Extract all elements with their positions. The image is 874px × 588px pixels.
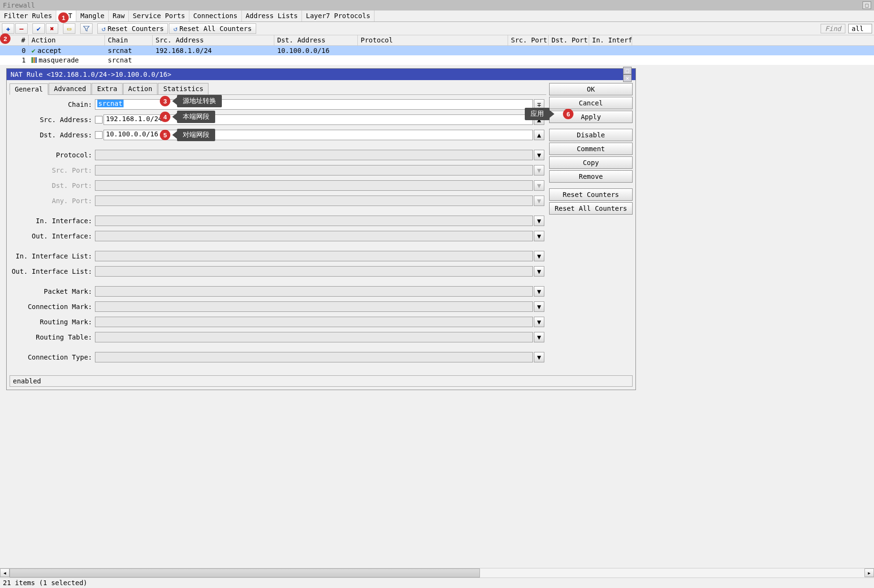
table-row[interactable]: 1 masquerade srcnat [0, 55, 874, 65]
scroll-left-icon[interactable]: ◂ [0, 568, 10, 577]
protocol-input[interactable] [95, 150, 533, 160]
maximize-icon[interactable]: □ [863, 1, 871, 9]
out-interface-input[interactable] [95, 231, 533, 241]
tab-mangle[interactable]: Mangle [76, 10, 109, 21]
col-action[interactable]: Action [29, 35, 105, 45]
scroll-thumb[interactable] [10, 568, 480, 578]
comment-button[interactable]: Comment [549, 143, 633, 155]
tab-connections[interactable]: Connections [189, 10, 242, 21]
filter-select[interactable]: all [848, 24, 872, 33]
tab-address-lists[interactable]: Address Lists [242, 10, 302, 21]
routing-mark-input[interactable] [95, 317, 533, 327]
enable-button[interactable]: ✔ [32, 23, 45, 34]
connection-type-expand-icon[interactable]: ▼ [534, 352, 544, 362]
connection-mark-label: Connection Mark: [11, 303, 95, 310]
src-address-invert[interactable] [95, 116, 103, 124]
scroll-track[interactable] [10, 568, 864, 578]
routing-table-expand-icon[interactable]: ▼ [534, 332, 544, 342]
horizontal-scrollbar[interactable]: ◂ ▸ [0, 568, 874, 578]
col-dst-address[interactable]: Dst. Address [274, 35, 358, 45]
reset-counters-button[interactable]: Reset Counters [549, 188, 633, 201]
col-src-address[interactable]: Src. Address [153, 35, 274, 45]
src-address-expand-icon[interactable]: ▲ [534, 114, 544, 125]
col-protocol[interactable]: Protocol [358, 35, 508, 45]
dst-address-expand-icon[interactable]: ▲ [534, 130, 544, 140]
packet-mark-expand-icon[interactable]: ▼ [534, 286, 544, 297]
remove-button[interactable]: — [15, 23, 28, 34]
find-button[interactable]: Find [821, 24, 845, 33]
table-header: # Action Chain Src. Address Dst. Address… [0, 35, 874, 46]
main-tabs: Filter Rules NAT Mangle Raw Service Port… [0, 10, 874, 22]
in-interface-label: In. Interface: [11, 217, 95, 225]
reset-counters-button[interactable]: ↺ Reset Counters [97, 23, 168, 34]
chain-input[interactable]: srcnat [95, 99, 533, 110]
dialog-close-icon[interactable]: ✕ [623, 74, 632, 82]
packet-mark-input[interactable] [95, 286, 533, 297]
in-interface-list-expand-icon[interactable]: ▼ [534, 251, 544, 261]
out-interface-list-expand-icon[interactable]: ▼ [534, 266, 544, 277]
tab-general[interactable]: General [10, 83, 48, 95]
connection-mark-input[interactable] [95, 301, 533, 312]
table-row[interactable]: 0 ✔ accept srcnat 192.168.1.0/24 10.100.… [0, 46, 874, 55]
tab-nat[interactable]: NAT [56, 10, 76, 21]
connection-mark-expand-icon[interactable]: ▼ [534, 301, 544, 312]
chain-label: Chain: [11, 101, 95, 108]
ok-button[interactable]: OK [549, 83, 633, 95]
dialog-status: enabled [10, 375, 633, 387]
col-chain[interactable]: Chain [105, 35, 153, 45]
cell-chain: srcnat [105, 56, 153, 64]
out-interface-list-label: Out. Interface List: [11, 268, 95, 275]
chain-dropdown-icon[interactable]: ∓ [534, 99, 544, 110]
out-interface-list-input[interactable] [95, 266, 533, 277]
in-interface-list-label: In. Interface List: [11, 252, 95, 260]
col-dst-port[interactable]: Dst. Port [549, 35, 589, 45]
dialog-title: NAT Rule <192.168.1.0/24->10.100.0.0/16> [10, 71, 171, 78]
routing-mark-expand-icon[interactable]: ▼ [534, 317, 544, 327]
copy-button[interactable]: Copy [549, 156, 633, 169]
out-interface-label: Out. Interface: [11, 232, 95, 240]
accept-icon: ✔ [31, 47, 35, 54]
tab-raw[interactable]: Raw [109, 10, 129, 21]
protocol-expand-icon[interactable]: ▼ [534, 150, 544, 160]
connection-type-input[interactable] [95, 352, 533, 362]
col-index[interactable]: # [0, 35, 29, 45]
dst-address-invert[interactable] [95, 131, 103, 139]
dialog-tabs: General Advanced Extra Action Statistics [10, 83, 546, 95]
src-port-expand-icon: ▼ [534, 165, 544, 175]
remove-button[interactable]: Remove [549, 170, 633, 183]
dst-address-input[interactable]: 10.100.0.0/16 [104, 130, 533, 140]
comment-button[interactable]: ▭ [63, 23, 75, 34]
col-src-port[interactable]: Src. Port [508, 35, 549, 45]
tab-extra[interactable]: Extra [92, 83, 122, 94]
any-port-input [95, 196, 533, 206]
dst-address-label: Dst. Address: [11, 131, 95, 139]
reset-all-counters-button[interactable]: ↺ Reset All Counters [169, 23, 256, 34]
scroll-right-icon[interactable]: ▸ [864, 568, 874, 577]
disable-button[interactable]: ✖ [46, 23, 58, 34]
filter-icon[interactable] [80, 23, 93, 34]
routing-table-input[interactable] [95, 332, 533, 342]
tab-statistics[interactable]: Statistics [158, 83, 208, 94]
col-in-interface[interactable]: In. Interfa [589, 35, 632, 45]
in-interface-list-input[interactable] [95, 251, 533, 261]
dialog-titlebar[interactable]: NAT Rule <192.168.1.0/24->10.100.0.0/16>… [7, 69, 635, 80]
apply-button[interactable]: Apply [549, 111, 633, 123]
tab-layer7[interactable]: Layer7 Protocols [302, 10, 375, 21]
in-interface-input[interactable] [95, 216, 533, 226]
tab-filter-rules[interactable]: Filter Rules [0, 10, 56, 21]
disable-button[interactable]: Disable [549, 129, 633, 141]
in-interface-expand-icon[interactable]: ▼ [534, 216, 544, 226]
out-interface-expand-icon[interactable]: ▼ [534, 231, 544, 241]
tab-advanced[interactable]: Advanced [49, 83, 91, 94]
connection-type-label: Connection Type: [11, 353, 95, 361]
reset-all-icon: ↺ [173, 25, 177, 32]
reset-icon: ↺ [102, 25, 105, 32]
tab-service-ports[interactable]: Service Ports [129, 10, 189, 21]
dst-port-input [95, 180, 533, 191]
dialog-maximize-icon[interactable]: □ [623, 67, 632, 74]
reset-all-counters-button[interactable]: Reset All Counters [549, 202, 633, 215]
cancel-button[interactable]: Cancel [549, 97, 633, 109]
tab-action[interactable]: Action [123, 83, 158, 94]
src-address-input[interactable]: 192.168.1.0/24 [104, 114, 533, 125]
add-button[interactable]: ✚ [2, 23, 14, 34]
